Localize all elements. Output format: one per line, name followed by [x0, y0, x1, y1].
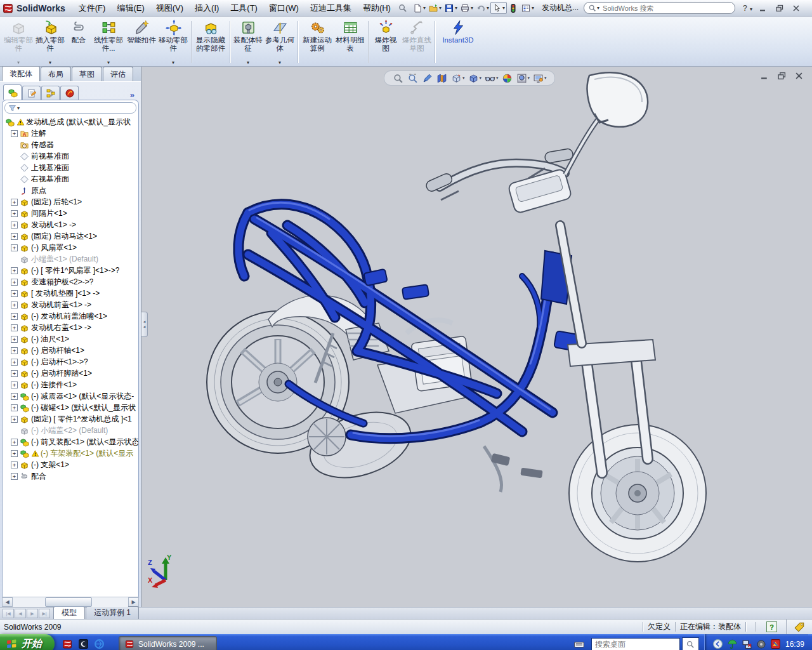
dimxpert-manager-tab[interactable]	[60, 86, 79, 100]
model-scooter-assembly[interactable]	[141, 67, 812, 607]
tree-item-dipstick[interactable]: +(-) 油尺<1>	[3, 333, 138, 345]
dropdown-caret-icon[interactable]: ▾	[544, 76, 547, 81]
menu-window[interactable]: 窗口(W)	[263, 1, 304, 16]
expand-toggle[interactable]: +	[11, 347, 18, 354]
tree-item-gearbox-guard[interactable]: +变速箱护板<2>->?	[3, 276, 138, 288]
tree-item-mates[interactable]: +配合	[3, 470, 138, 482]
tree-item-engine[interactable]: +发动机<1> ->	[3, 219, 138, 230]
tray-umbrella-icon[interactable]	[727, 639, 738, 649]
menu-view[interactable]: 视图(V)	[150, 1, 189, 16]
menu-tools[interactable]: 工具(T)	[225, 1, 263, 16]
tree-item-kick-pedal[interactable]: +(-) 启动杆脚踏<1>	[3, 368, 138, 379]
tree-item-engine-gasket[interactable]: +[ 发动机垫圈 ]<1> ->	[3, 288, 138, 299]
dropdown-caret-icon[interactable]: ▾	[278, 60, 281, 65]
tree-item-shock-absorber[interactable]: +(-) 减震器<1> (默认<显示状态-	[3, 390, 138, 402]
tab-sketch[interactable]: 草图	[72, 67, 102, 81]
mate-button[interactable]: 配合	[66, 18, 91, 66]
tray-collapse-chevron-icon[interactable]	[712, 639, 723, 649]
section-view-icon[interactable]	[436, 73, 447, 84]
tree-item-small-end-cap-2[interactable]: (-) 小端盖<2> (Default)	[3, 425, 138, 436]
tree-item-annotations[interactable]: +注解	[3, 128, 138, 139]
edit-appearance-icon[interactable]	[502, 73, 513, 84]
expand-toggle[interactable]: +	[11, 302, 18, 308]
tree-item-rear-wheel[interactable]: +(固定) 后轮<1>	[3, 196, 138, 208]
expand-toggle[interactable]: +	[11, 336, 18, 343]
instant3d-button[interactable]: Instant3D	[437, 18, 479, 66]
move-component-button[interactable]: 移动零部件▾	[157, 18, 189, 66]
tree-item-small-end-cap-1[interactable]: 小端盖<1> (Default)	[3, 253, 138, 265]
rebuild-button[interactable]	[507, 3, 520, 14]
expand-toggle[interactable]: +	[11, 324, 18, 331]
tree-root-assembly[interactable]: 发动机总成 (默认<默认_显示状	[3, 116, 138, 128]
property-manager-tab[interactable]	[22, 86, 41, 100]
tree-item-engine-right-cover[interactable]: +发动机右盖<1> ->	[3, 322, 138, 333]
expand-toggle[interactable]: +	[11, 381, 18, 388]
taskbar-clock[interactable]: 16:39	[783, 640, 808, 649]
options-button[interactable]: ▾	[520, 3, 535, 14]
expand-toggle[interactable]: +	[11, 233, 18, 240]
hide-show-items-icon[interactable]	[485, 73, 495, 84]
filter-caret-icon[interactable]: ▾	[17, 105, 20, 111]
menu-insert[interactable]: 插入(I)	[189, 1, 225, 16]
dropdown-caret-icon[interactable]: ▾	[107, 60, 110, 65]
select-button[interactable]: ▾	[490, 2, 507, 14]
menu-file[interactable]: 文件(F)	[73, 1, 112, 16]
previous-view-icon[interactable]	[422, 73, 433, 84]
expand-toggle[interactable]: +	[11, 473, 18, 480]
expand-toggle[interactable]: +	[11, 130, 18, 137]
expand-toggle[interactable]: +	[11, 267, 18, 274]
tree-item-starter-motor[interactable]: +(固定) 启动马达<1>	[3, 230, 138, 242]
tree-horizontal-scrollbar[interactable]: ◀ ▶	[2, 597, 139, 607]
smart-fasteners-button[interactable]: 智能扣件	[126, 18, 157, 66]
menu-help[interactable]: 帮助(H)	[357, 1, 396, 16]
tree-item-connector[interactable]: +(-) 连接件<1>	[3, 379, 138, 390]
tree-item-right-plane[interactable]: 右视基准面	[3, 173, 138, 185]
expand-toggle[interactable]: +	[11, 290, 18, 297]
graphics-area[interactable]: ▾ ▾ ▾ ▾ ▾ ◂◂ Y Z X	[141, 67, 812, 607]
expand-toggle[interactable]: +	[11, 244, 18, 251]
start-button[interactable]: 开始	[0, 634, 55, 650]
undo-button[interactable]: ▾	[475, 3, 490, 14]
expand-toggle[interactable]: +	[11, 279, 18, 286]
scrollbar-track[interactable]	[13, 597, 128, 607]
expand-toggle[interactable]: +	[11, 461, 18, 468]
new-document-button[interactable]: ▾	[411, 3, 427, 14]
tree-item-origin[interactable]: 原点	[3, 185, 138, 196]
expand-toggle[interactable]: +	[11, 439, 18, 446]
tree-item-top-plane[interactable]: 上视基准面	[3, 162, 138, 173]
reference-geometry-button[interactable]: 参考几何体▾	[264, 18, 296, 66]
tags-cell[interactable]	[786, 620, 812, 634]
heads-up-view-toolbar[interactable]: ▾ ▾ ▾ ▾ ▾	[384, 70, 555, 86]
tab-model[interactable]: 模型	[53, 606, 85, 619]
tree-item-sensors[interactable]: 传感器	[3, 139, 138, 150]
menu-maidi-toolkit[interactable]: 迈迪工具集	[304, 1, 357, 16]
tab-assembly[interactable]: 装配体	[2, 66, 40, 81]
tray-network-error-icon[interactable]	[742, 639, 752, 649]
zoom-to-area-icon[interactable]	[407, 73, 418, 84]
doc-minimize-button[interactable]	[761, 72, 769, 80]
doc-restore-button[interactable]	[778, 72, 786, 80]
view-orientation-icon[interactable]	[451, 73, 462, 84]
search-input[interactable]	[601, 4, 731, 13]
assembly-features-button[interactable]: 装配体特征▾	[232, 18, 264, 66]
restore-button[interactable]	[771, 4, 788, 12]
exploded-view-button[interactable]: 爆炸视图	[370, 18, 401, 66]
expand-toggle[interactable]: +	[11, 393, 18, 400]
dropdown-caret-icon[interactable]: ▾	[480, 76, 482, 81]
tab-first-button[interactable]: |◀	[3, 609, 14, 618]
tree-item-front-plane[interactable]: 前视基准面	[3, 150, 138, 162]
zoom-to-fit-icon[interactable]	[393, 73, 403, 84]
configuration-manager-tab[interactable]	[41, 86, 60, 100]
scroll-right-arrow[interactable]: ▶	[128, 597, 139, 607]
insert-component-button[interactable]: 插入零部件▾	[34, 18, 66, 66]
tree-item-kick-lever[interactable]: +(-) 启动杆<1>->?	[3, 356, 138, 368]
tree-item-front-cover-nozzle[interactable]: +(-) 发动机前盖油嘴<1>	[3, 310, 138, 322]
dropdown-caret-icon[interactable]: ▾	[247, 60, 249, 65]
linear-pattern-button[interactable]: 线性零部件...▾	[91, 18, 126, 66]
tree-item-spacer[interactable]: +间隔片<1>	[3, 208, 138, 219]
dropdown-caret-icon[interactable]: ▾	[496, 76, 499, 81]
language-keyboard-icon[interactable]	[573, 639, 585, 650]
tab-motion-study-1[interactable]: 运动算例 1	[86, 606, 139, 619]
tree-item-fan-cover[interactable]: +(-) 风扇罩<1>	[3, 242, 138, 253]
expand-toggle[interactable]: +	[11, 313, 18, 320]
